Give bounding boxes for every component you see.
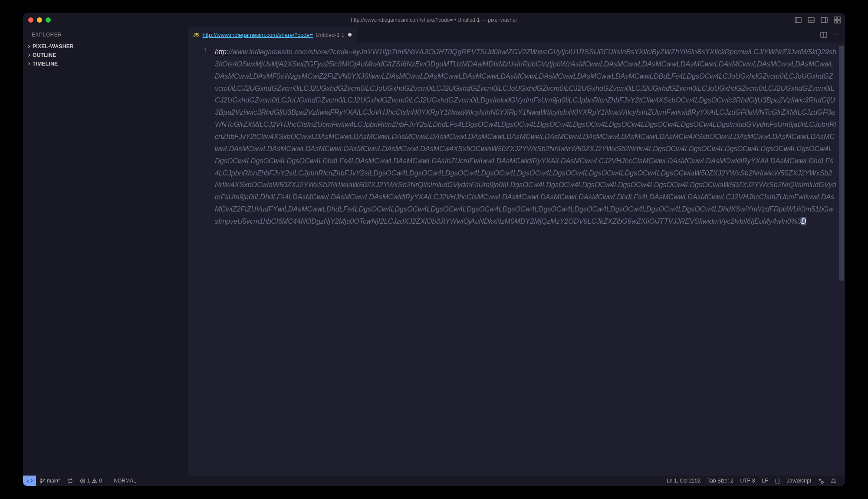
tab-active[interactable]: JS http://www.indiegamesim.com/share/?co… [188, 27, 357, 43]
language-mode[interactable]: JavaScript [783, 478, 815, 484]
chevron-right-icon [26, 53, 32, 58]
sidebar-title: EXPLORER [32, 32, 62, 38]
feedback-icon[interactable] [815, 478, 827, 484]
text-cursor: D [801, 217, 806, 225]
toggle-panel-icon[interactable] [808, 17, 815, 23]
toggle-primary-sidebar-icon[interactable] [795, 17, 802, 23]
line-number: 1 [188, 46, 207, 53]
tab-suffix: Untitled-1 1 [316, 32, 345, 38]
svg-rect-7 [838, 17, 840, 20]
window-controls [23, 17, 51, 23]
chevron-right-icon [26, 44, 32, 49]
notifications-icon[interactable] [827, 478, 840, 484]
svg-point-14 [43, 479, 44, 480]
cursor-position[interactable]: Ln 1, Col 2202 [663, 478, 704, 484]
sidebar-outline[interactable]: OUTLINE [23, 51, 188, 59]
svg-rect-4 [821, 17, 827, 23]
unsaved-indicator [348, 33, 352, 36]
titlebar: http://www.indiegamesim.com/share/?code=… [23, 13, 845, 27]
statusbar: main* 1 0 -- NORMAL -- Ln 1, Col 2202 Ta… [23, 476, 845, 486]
sidebar-header: EXPLORER ··· [23, 27, 188, 42]
svg-rect-6 [834, 17, 837, 20]
svg-point-20 [821, 481, 823, 483]
git-branch[interactable]: main* [36, 478, 64, 484]
window-title: http://www.indiegamesim.com/share/?code=… [351, 17, 517, 23]
svg-point-19 [94, 482, 95, 482]
eol[interactable]: LF [759, 478, 772, 484]
tab-filename: http://www.indiegamesim.com/share/?code= [202, 32, 313, 38]
close-window-button[interactable] [28, 17, 33, 23]
editor-tab-actions: ··· [814, 27, 845, 43]
app-window: http://www.indiegamesim.com/share/?code=… [23, 13, 845, 486]
title-actions [795, 17, 841, 23]
js-file-icon: JS [193, 32, 199, 37]
error-icon [80, 478, 85, 484]
explorer-sidebar: EXPLORER ··· PIXEL-WASHER OUTLINE TIMELI… [23, 27, 188, 476]
remote-indicator[interactable] [23, 476, 36, 486]
split-editor-icon[interactable] [820, 31, 827, 38]
svg-rect-2 [808, 17, 814, 23]
sidebar-folder-pixel-washer[interactable]: PIXEL-WASHER [23, 42, 188, 51]
chevron-right-icon [26, 61, 32, 66]
warning-icon [92, 478, 97, 484]
encoding[interactable]: UTF-8 [737, 478, 759, 484]
svg-rect-0 [795, 17, 801, 23]
tab-size[interactable]: Tab Size: 2 [704, 478, 736, 484]
maximize-window-button[interactable] [46, 17, 51, 23]
editor-viewport[interactable]: 1 http://www.indiegamesim.com/share/?cod… [188, 43, 845, 476]
vim-mode: -- NORMAL -- [105, 478, 145, 484]
tabbar: JS http://www.indiegamesim.com/share/?co… [188, 27, 845, 43]
sidebar-timeline[interactable]: TIMELINE [23, 59, 188, 68]
line-gutter: 1 [188, 43, 215, 476]
toggle-secondary-sidebar-icon[interactable] [821, 17, 828, 23]
minimize-window-button[interactable] [37, 17, 42, 23]
bracket-pair[interactable]: { } [772, 478, 783, 484]
sidebar-more-button[interactable]: ··· [175, 32, 180, 38]
editor-more-icon[interactable]: ··· [833, 31, 839, 39]
git-sync[interactable] [64, 478, 76, 484]
sync-icon [67, 478, 73, 484]
svg-rect-8 [834, 20, 837, 23]
layout-customize-icon[interactable] [834, 17, 841, 23]
vertical-scrollbar[interactable] [839, 46, 844, 281]
svg-rect-9 [838, 20, 840, 23]
branch-icon [39, 478, 45, 484]
editor-area: JS http://www.indiegamesim.com/share/?co… [188, 27, 845, 476]
code-body[interactable]: http://www.indiegamesim.com/share/?code=… [215, 43, 845, 476]
svg-point-12 [40, 479, 42, 480]
problems[interactable]: 1 0 [76, 478, 105, 484]
